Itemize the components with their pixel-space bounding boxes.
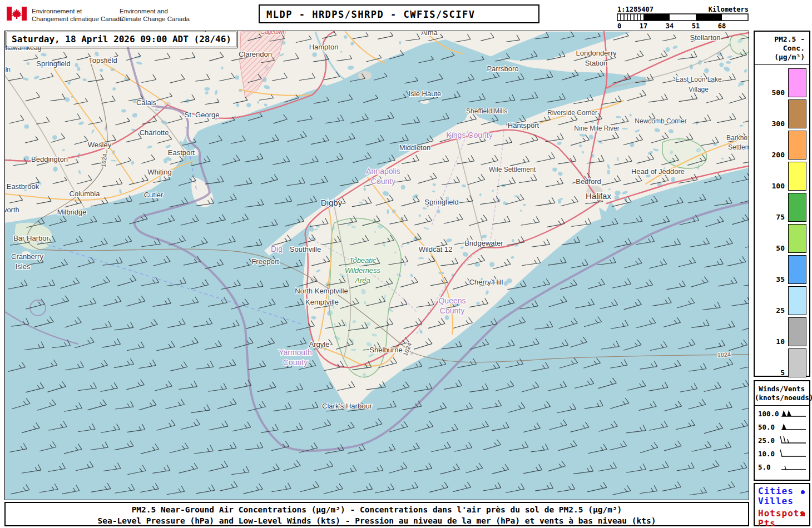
map-label: North Kemptville — [295, 287, 348, 295]
map-label: Station — [585, 59, 607, 67]
map-label: Kings County — [446, 131, 492, 140]
map-label: Middleton — [399, 143, 430, 152]
wind-speed-label: 50.0 — [758, 423, 775, 431]
wind-legend-item: 5.0 — [755, 460, 809, 474]
pm25-color-swatch — [788, 131, 806, 160]
map-label: Nine Mile River — [574, 124, 619, 132]
map-label: Beddington — [31, 155, 68, 163]
map-label: Area — [354, 276, 370, 285]
wind-barb-icon — [779, 435, 807, 446]
pm25-threshold-label: 75 — [776, 213, 785, 221]
map-label: Riverside Corner — [547, 109, 597, 117]
pm25-legend-item: 10 — [755, 315, 809, 346]
scale-tick: 0 — [617, 22, 621, 30]
map-label: Newcomb Corner — [635, 117, 686, 125]
wind-speed-label: 10.0 — [758, 450, 775, 458]
map-label: County — [283, 358, 308, 367]
map-label: Halifax — [586, 191, 611, 201]
isobar-value-label: 1024 — [717, 351, 731, 358]
wind-barb-icon — [779, 461, 807, 472]
cities-key-en: Cities — [758, 486, 806, 496]
pm25-color-swatch — [788, 193, 806, 222]
map-label: Whiting — [147, 168, 171, 176]
pm25-legend-title: PM2.5 - Conc. (µg/m³) — [755, 32, 809, 62]
wind-barb-icon — [779, 448, 807, 459]
pm25-threshold-label: 50 — [776, 244, 785, 252]
map-label: Barkho — [726, 134, 747, 142]
scale-tick: 34 — [666, 22, 674, 30]
map-label: County — [371, 177, 395, 186]
pm25-color-swatch — [788, 99, 806, 128]
map-label: Wildcat 12 — [419, 245, 453, 253]
map-label: Yarmouth — [279, 348, 312, 357]
pm25-legend-item: 200 — [755, 128, 809, 160]
map-label: Springfield — [424, 198, 458, 206]
map-label: St. George — [185, 111, 220, 119]
wind-barb-icon — [779, 408, 807, 419]
map-label: Wile Settlement — [489, 166, 536, 173]
map-label: Alma — [421, 31, 438, 37]
agency-name-en: Environment andClimate Change Canada — [120, 8, 190, 23]
scale-unit: Kilometers — [709, 6, 749, 13]
wind-legend-item: 100.0 — [755, 407, 809, 420]
map-label: Kemptville — [305, 298, 339, 306]
map-label: Cherry Hill — [469, 278, 503, 286]
pm25-legend-item: 25 — [755, 284, 809, 315]
pm25-legend-item: 5 — [755, 346, 809, 377]
map-label: Cutler — [144, 191, 164, 199]
pm25-legend-item: 300 — [755, 97, 809, 128]
pm25-legend-rows: 50030020010075503525105 — [755, 66, 809, 377]
map-label: Annapolis — [366, 167, 400, 176]
map-label: Londonderry — [576, 49, 617, 57]
map-label: Hampton — [309, 43, 339, 51]
map-label: Parrsboro — [487, 64, 518, 73]
pm25-legend-item: 50 — [755, 222, 809, 253]
map-label: Eastbrook — [7, 182, 39, 191]
map-label: Clark's Harbour — [322, 402, 373, 410]
map-label: Settlem — [728, 143, 749, 151]
pm25-color-swatch — [788, 68, 806, 97]
pm25-legend-item: 100 — [755, 160, 809, 191]
marker-key-panel: Cities Villes Hotspots Pts chauds — [754, 483, 810, 526]
page-header: Environnement etChangement climatique Ca… — [0, 0, 812, 31]
map-label: Village — [689, 86, 709, 93]
agency-name-fr: Environnement etChangement climatique Ca… — [32, 8, 123, 23]
hotspot-marker-icon — [801, 512, 805, 516]
hotspots-key-fr: Pts chauds — [758, 519, 806, 528]
pm25-legend-item: 75 — [755, 191, 809, 222]
model-title-box: MLDP - HRDPS/SHRPD - CWFIS/SCIFV — [259, 4, 539, 23]
map-label: Springfield — [36, 59, 70, 68]
canada-flag-icon — [7, 7, 27, 21]
map-label: Freeport — [251, 257, 279, 266]
map-label: Digby — [321, 198, 343, 207]
cities-key-fr: Villes — [758, 496, 806, 506]
map-svg: attawamkeagglnSpringfieldTopsfieldCalais… — [5, 31, 749, 500]
scale-tick: 51 — [692, 22, 700, 30]
pm25-legend-panel: PM2.5 - Conc. (µg/m³) 500300200100755035… — [754, 31, 810, 377]
eccc-dispersion-map-page: Environnement etChangement climatique Ca… — [0, 0, 812, 528]
map-label: Eastport — [168, 148, 195, 157]
map-label: Isle Haute — [409, 89, 442, 98]
wind-legend-item: 10.0 — [755, 447, 809, 460]
pm25-color-swatch — [788, 286, 806, 315]
map-scale-bar: 1:1285407 Kilometers 0 17 34 51 68 — [616, 3, 750, 30]
pm25-legend-item: 500 — [755, 66, 809, 97]
map-label: Hantsport — [508, 121, 539, 129]
caption-line1: PM2.5 Near-Ground Air Concentrations (µg… — [6, 504, 748, 515]
map-label: Clarendon — [239, 50, 272, 58]
wind-barb-icon — [779, 421, 807, 432]
map-label: Head of Jeddore — [631, 167, 685, 176]
model-title: MLDP - HRDPS/SHRPD - CWFIS/SCIFV — [266, 9, 538, 20]
wind-legend-title: Winds/Vents (knots/noeuds) — [755, 381, 809, 402]
pm25-threshold-label: 200 — [772, 151, 785, 159]
map-label: Charlotte — [140, 128, 169, 137]
map-canvas: attawamkeagglnSpringfieldTopsfieldCalais… — [4, 31, 749, 500]
pm25-color-swatch — [788, 348, 806, 377]
caption-box: PM2.5 Near-Ground Air Concentrations (µg… — [4, 502, 749, 526]
map-label: Dig — [271, 245, 283, 253]
map-label: gln — [5, 66, 11, 73]
map-label: Wilderness — [345, 266, 381, 275]
wind-speed-label: 5.0 — [758, 463, 771, 471]
map-label: Stellarton — [690, 33, 721, 42]
map-label: East Loon Lake — [675, 76, 722, 83]
